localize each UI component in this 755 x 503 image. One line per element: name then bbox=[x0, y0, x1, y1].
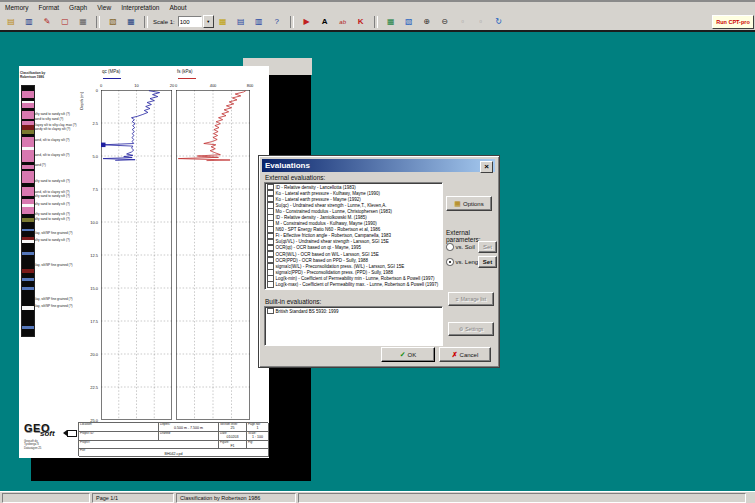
evaluation-label: Ko - Lateral earth pressure - Kulhawy, M… bbox=[276, 191, 380, 196]
litho-label: silty sand to sandy silt (?) bbox=[34, 180, 96, 183]
litho-label: clay, silt/SP fine grained (?) bbox=[34, 298, 96, 301]
layers-icon[interactable]: ▧ bbox=[400, 15, 417, 29]
list-icon[interactable]: ▤ bbox=[232, 15, 249, 29]
cancel-label: Cancel bbox=[460, 352, 479, 358]
litho-segment bbox=[22, 329, 34, 337]
set-length-button[interactable]: Set bbox=[478, 256, 497, 268]
external-evaluation-item[interactable]: Log(k-min) - Coefficient of Permeability… bbox=[266, 275, 442, 281]
builtin-evaluations-list[interactable]: British Standard BS 5930: 1999 bbox=[264, 306, 443, 346]
close-icon[interactable]: × bbox=[480, 161, 493, 173]
litho-label: silty sand to sandy silt (?) bbox=[34, 113, 96, 116]
menu-interpretation[interactable]: Interpretation bbox=[116, 4, 164, 11]
litho-label: clay, silt/SP fine grained (?) bbox=[34, 232, 96, 235]
status-panel-1: Page 1/1 bbox=[92, 493, 174, 503]
manage-list-button[interactable]: ≡ Manage list bbox=[448, 292, 494, 306]
cancel-x-icon: ✗ bbox=[452, 351, 458, 359]
menu-format[interactable]: Format bbox=[33, 4, 64, 11]
evaluation-label: British Standard BS 5930: 1999 bbox=[276, 309, 339, 314]
options-button[interactable]: ▦ Options bbox=[446, 196, 492, 211]
status-panel-0 bbox=[2, 493, 90, 503]
depth-tick-label: 0 bbox=[83, 88, 98, 93]
checkbox[interactable] bbox=[267, 281, 274, 288]
x-tick-label: 10 bbox=[130, 83, 144, 88]
application-window: MemoryFormatGraphViewInterpretationAbout… bbox=[0, 0, 755, 503]
scale-spinner[interactable]: ▼ bbox=[203, 15, 214, 28]
evaluation-label: ID - Relative density - Jamiolkowski M. … bbox=[276, 215, 367, 220]
next-icon[interactable]: ▫ bbox=[472, 15, 489, 29]
cancel-button[interactable]: ✗ Cancel bbox=[439, 347, 491, 362]
options-label: Options bbox=[463, 201, 484, 207]
checkbox[interactable] bbox=[267, 308, 274, 315]
help-icon[interactable]: ? bbox=[268, 15, 285, 29]
titleblock-cell: Location: bbox=[79, 423, 159, 432]
litho-segment bbox=[22, 222, 34, 229]
depth-tick-label: 17.5 bbox=[83, 319, 98, 324]
marker-icon[interactable]: K bbox=[352, 15, 369, 29]
radio-selected-icon bbox=[446, 258, 454, 266]
litho-segment bbox=[22, 187, 34, 196]
prev-icon[interactable]: ▫ bbox=[454, 15, 471, 29]
titleblock-cell: Drafted: bbox=[159, 432, 219, 441]
evaluation-label: Fi - Effective friction angle - Robertso… bbox=[276, 233, 391, 238]
evaluation-label: N60 - SPT Energy Ratio N60 - Robertson e… bbox=[276, 227, 381, 232]
depth-tick-label: 25.0 bbox=[83, 418, 98, 423]
settings-button[interactable]: ⚙ Settings bbox=[448, 322, 494, 336]
radio-vs-soil[interactable]: vs. Soil bbox=[446, 243, 475, 251]
litho-segment bbox=[22, 255, 34, 269]
toolbar-separator bbox=[374, 16, 378, 28]
depth-tick-label: 20.0 bbox=[83, 352, 98, 357]
save-icon[interactable]: ▥ bbox=[21, 15, 38, 29]
x-tick-label: 0 bbox=[169, 83, 183, 88]
toolbar: ▤▥✎▢▦▧▦Scale 1:▼▦▤▥?▶AabK▦▧⊕⊖▫▫↻Run CPT-… bbox=[0, 13, 755, 30]
set-soil-button[interactable]: Set bbox=[478, 241, 497, 253]
litho-segment bbox=[22, 171, 34, 183]
settings-label: Settings bbox=[465, 326, 483, 332]
print-icon[interactable]: ▦ bbox=[75, 15, 92, 29]
classification-header: Classification byRobertson 1986 bbox=[20, 72, 66, 80]
titleblock-cell: Project ID: bbox=[79, 432, 159, 441]
scale-input[interactable] bbox=[178, 16, 202, 27]
export-icon[interactable]: ▧ bbox=[105, 15, 122, 29]
toolbar-divider bbox=[0, 30, 755, 32]
builtin-evaluation-item[interactable]: British Standard BS 5930: 1999 bbox=[266, 308, 442, 314]
panes-icon[interactable]: ▥ bbox=[250, 15, 267, 29]
titleblock-cell: File:BH042.cpd bbox=[79, 449, 269, 457]
zoomin-icon[interactable]: ⊕ bbox=[418, 15, 435, 29]
table-icon[interactable]: ▦ bbox=[123, 15, 140, 29]
open-icon[interactable]: ▤ bbox=[3, 15, 20, 29]
x-tick-label: 400 bbox=[206, 83, 220, 88]
ok-button[interactable]: ✓ OK bbox=[381, 347, 435, 362]
external-evaluations-list[interactable]: ID - Relative density - Lancellotta (198… bbox=[264, 182, 443, 290]
qc-chart bbox=[101, 90, 172, 420]
fs-legend-label: fs (kPa) bbox=[177, 69, 193, 74]
menu-view[interactable]: View bbox=[92, 4, 116, 11]
litho-label: sandy silt to clayey silt (?) bbox=[34, 128, 96, 131]
menu-graph[interactable]: Graph bbox=[64, 4, 92, 11]
evaluation-label: Log(k-max) - Coefficient of Permeability… bbox=[276, 282, 439, 287]
font-icon[interactable]: ab bbox=[334, 15, 351, 29]
document-page: Classification byRobertson 1986 Depth (m… bbox=[19, 66, 269, 458]
evaluation-label: Log(k-min) - Coefficient of Permeability… bbox=[276, 276, 435, 281]
external-evaluation-item[interactable]: Log(k-max) - Coefficient of Permeability… bbox=[266, 282, 442, 288]
x-tick-label: 800 bbox=[243, 83, 257, 88]
manage-list-label: Manage list bbox=[461, 296, 487, 302]
evaluation-label: sigma'c(W/L) - Preconsolidation press. (… bbox=[276, 264, 405, 269]
menu-memory[interactable]: Memory bbox=[0, 4, 33, 11]
zoomout-icon[interactable]: ⊖ bbox=[436, 15, 453, 29]
sign-icon[interactable]: ✎ bbox=[39, 15, 56, 29]
grid-icon[interactable]: ▦ bbox=[214, 15, 231, 29]
dialog-title-bar[interactable]: Evaluations × bbox=[262, 159, 495, 172]
titleblock-cell: Section level:25 bbox=[219, 423, 247, 432]
chart-icon[interactable]: ▦ bbox=[382, 15, 399, 29]
evaluation-label: Su(qc) - Undrained shear strength - Lunn… bbox=[276, 203, 387, 208]
refresh-icon[interactable]: ↻ bbox=[490, 15, 507, 29]
manage-list-icon: ≡ bbox=[456, 296, 459, 302]
litho-label: sand (?) bbox=[34, 164, 96, 167]
newdoc-icon[interactable]: ▢ bbox=[57, 15, 74, 29]
litho-label: silty sand to sandy silt (?) bbox=[34, 213, 96, 216]
pointer-icon[interactable]: ▶ bbox=[298, 15, 315, 29]
menu-about[interactable]: About bbox=[164, 4, 191, 11]
run-cpt-pro-button[interactable]: Run CPT-pro bbox=[712, 15, 754, 29]
text-icon[interactable]: A bbox=[316, 15, 333, 29]
titleblock-cell: Date:010203 bbox=[219, 432, 247, 441]
